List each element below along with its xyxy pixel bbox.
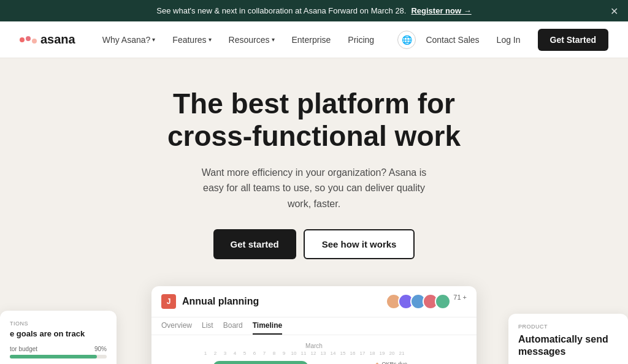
day-3: 3 — [220, 351, 230, 356]
tab-list[interactable]: List — [202, 321, 213, 335]
project-title: Annual planning — [182, 296, 380, 307]
nav-why-asana[interactable]: Why Asana? ▾ — [95, 31, 163, 48]
nav-right: 🌐 Contact Sales Log In Get Started — [397, 29, 608, 51]
day-1: 1 — [201, 351, 210, 356]
hero-buttons: Get started See how it works — [12, 229, 616, 259]
hero-section: The best platform for cross-functional w… — [0, 58, 628, 279]
avatar-count: 71 + — [453, 294, 467, 309]
get-started-button[interactable]: Get Started — [538, 29, 608, 51]
preview-area: TIONS e goals are on track tor budget 90… — [0, 286, 628, 364]
logo-dots — [20, 36, 37, 44]
day-12: 12 — [308, 351, 318, 356]
gantt-bar-okrs[interactable]: ✓ Product OKRs drafted — [213, 361, 308, 364]
project-icon: J — [161, 294, 176, 309]
product-card: PRODUCT Automatically send messages ⚡ — [508, 314, 628, 364]
register-link[interactable]: Register now → — [411, 6, 471, 15]
goals-card-title: e goals are on track — [10, 329, 107, 338]
goals-card-label: TIONS — [10, 320, 107, 327]
day-17: 17 — [358, 351, 367, 356]
hero-title: The best platform for cross-functional w… — [130, 88, 498, 153]
nav-pricing[interactable]: Pricing — [340, 31, 381, 48]
hero-subtitle: Want more efficiency in your organizatio… — [191, 165, 437, 212]
nav-resources[interactable]: Resources ▾ — [221, 31, 282, 48]
app-tabs: Overview List Board Timeline — [151, 317, 477, 335]
avatar-5 — [435, 294, 451, 309]
budget-pct: 90% — [94, 346, 107, 352]
nav-links: Why Asana? ▾ Features ▾ Resources ▾ Ente… — [95, 31, 398, 48]
globe-icon[interactable]: 🌐 — [397, 31, 416, 49]
day-19: 19 — [377, 351, 387, 356]
nav-enterprise[interactable]: Enterprise — [285, 31, 339, 48]
day-9: 9 — [279, 351, 289, 356]
app-topbar: J Annual planning 71 + — [151, 286, 477, 317]
tab-board[interactable]: Board — [223, 321, 243, 335]
day-21: 21 — [397, 351, 407, 356]
day-11: 11 — [299, 351, 308, 356]
day-6: 6 — [250, 351, 259, 356]
day-15: 15 — [338, 351, 348, 356]
chevron-down-icon: ▾ — [152, 36, 155, 43]
day-20: 20 — [387, 351, 397, 356]
avatars: 71 + — [386, 294, 467, 309]
day-7: 7 — [259, 351, 269, 356]
logo-dot-pink — [26, 36, 31, 41]
day-18: 18 — [367, 351, 377, 356]
announcement-text: See what's new & next in collaboration a… — [156, 6, 406, 15]
day-10: 10 — [289, 351, 299, 356]
nav: asana Why Asana? ▾ Features ▾ Resources … — [0, 21, 628, 58]
day-2: 2 — [210, 351, 220, 356]
milestone-label: OKRs due Mar 17 — [381, 361, 407, 364]
logo[interactable]: asana — [20, 32, 75, 47]
day-14: 14 — [328, 351, 338, 356]
day-16: 16 — [348, 351, 358, 356]
gantt-track-1: ✓ Product OKRs drafted OKRs due Mar 17 — [199, 358, 472, 364]
contact-sales-link[interactable]: Contact Sales — [426, 35, 479, 45]
day-5: 5 — [240, 351, 250, 356]
goals-card: TIONS e goals are on track tor budget 90… — [0, 311, 117, 364]
logo-text: asana — [40, 32, 75, 47]
day-4: 4 — [230, 351, 240, 356]
product-card-label: PRODUCT — [518, 324, 618, 330]
timeline-area: March 1 2 3 4 5 6 7 8 9 10 11 12 13 14 1… — [151, 335, 477, 364]
budget-progress-bar-bg — [10, 355, 107, 358]
app-window: J Annual planning 71 + Overview List Boa… — [151, 286, 477, 364]
nav-features[interactable]: Features ▾ — [165, 31, 218, 48]
day-8: 8 — [269, 351, 279, 356]
chevron-down-icon: ▾ — [272, 36, 275, 43]
day-13: 13 — [318, 351, 328, 356]
budget-label: tor budget — [10, 346, 37, 352]
product-card-title: Automatically send messages — [518, 333, 618, 359]
tab-overview[interactable]: Overview — [161, 321, 192, 335]
get-started-hero-button[interactable]: Get started — [213, 229, 296, 259]
see-how-it-works-button[interactable]: See how it works — [304, 229, 415, 259]
budget-progress-bar-fill — [10, 355, 97, 358]
chevron-down-icon: ▾ — [209, 36, 212, 43]
announcement-bar: See what's new & next in collaboration a… — [0, 0, 628, 21]
close-icon[interactable]: ✕ — [610, 5, 618, 17]
logo-dot-orange — [32, 39, 37, 44]
login-button[interactable]: Log In — [489, 31, 528, 48]
timeline-row-product: ▼ Product ✓ Product OKRs drafted OKRs du… — [151, 356, 477, 364]
timeline-month: March — [305, 343, 323, 349]
tab-timeline[interactable]: Timeline — [253, 321, 282, 335]
logo-dot-red — [20, 37, 25, 42]
